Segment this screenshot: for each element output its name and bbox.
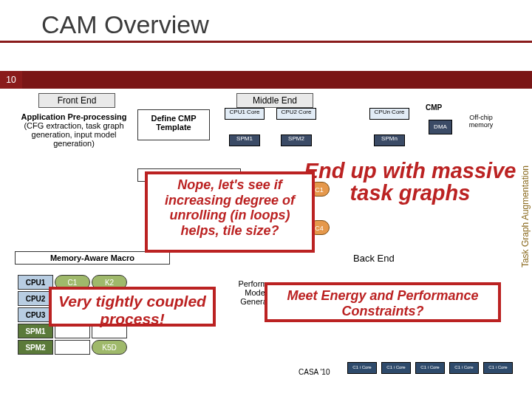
- spm1: SPM1: [229, 134, 260, 146]
- cpu1-core: CPU1 Core: [225, 108, 265, 120]
- row-label: SPM2: [18, 340, 53, 355]
- tiny-chip: C1 i Core: [381, 362, 411, 374]
- app-preprocessing-box: Application Pre-processing (CFG extracti…: [16, 112, 132, 148]
- title-rule: [0, 41, 532, 43]
- mem-aware-box: Memory-Aware Macro: [15, 251, 170, 265]
- cell: K5D: [92, 340, 127, 355]
- offchip-memory: Off-chip memory: [463, 114, 499, 129]
- overlay-constraints: Meet Energy and Performance Constraints?: [265, 282, 501, 322]
- page-title: CAM Overview: [0, 0, 532, 41]
- overlay-tightly-coupled: Very tightly coupled process!: [49, 287, 216, 327]
- overlay-end-up: End up with massive task graphs: [303, 160, 517, 205]
- cpun-core: CPUn Core: [369, 108, 409, 120]
- cmp-diagram: CPU1 Core CPU2 Core CPUn Core SPM1 SPM2 …: [222, 103, 525, 163]
- footer-casa: CASA '10: [299, 368, 330, 376]
- cmp-label: CMP: [426, 103, 442, 112]
- define-cmp-box: Define CMP Template: [137, 109, 210, 140]
- spmn: SPMn: [374, 134, 405, 146]
- tiny-chip: C1 i Core: [449, 362, 479, 374]
- tiny-chip: C1 i Core: [483, 362, 513, 374]
- section-back-end: Back End: [353, 253, 395, 264]
- row-label: SPM1: [18, 324, 53, 338]
- section-front-end: Front End: [38, 93, 115, 108]
- spm2: SPM2: [281, 134, 312, 146]
- row-label: CPU2: [18, 291, 53, 306]
- header-bar: [22, 71, 532, 89]
- page-number: 10: [0, 71, 22, 89]
- task-graph-augmentation-label: Task Graph Augmentation: [520, 166, 531, 267]
- dma: DMA: [429, 120, 452, 134]
- app-pre-heading: Application Pre-processing: [16, 112, 132, 121]
- tiny-chip: C1 i Core: [415, 362, 445, 374]
- cpu2-core: CPU2 Core: [276, 108, 316, 120]
- overlay-nope: Nope, let's see if increasing degree of …: [145, 171, 315, 253]
- app-pre-sub: (CFG extraction, task graph generation, …: [16, 121, 132, 148]
- tiny-chip: C1 i Core: [347, 362, 377, 374]
- row-label: CPU1: [18, 275, 53, 290]
- row-label: CPU3: [18, 307, 53, 322]
